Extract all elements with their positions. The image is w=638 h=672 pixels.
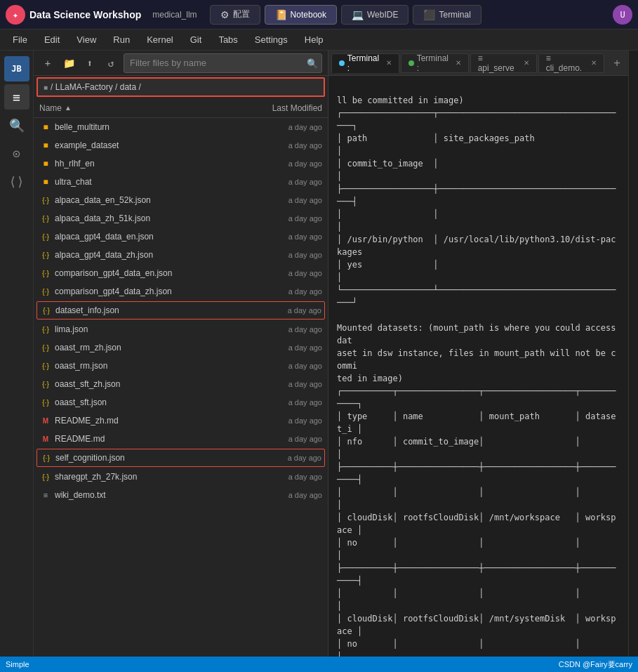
terminal-tab-2[interactable]: ≡ api_serve ✕	[470, 53, 537, 73]
menubar: File Edit View Run Kernel Git Tabs Setti…	[0, 29, 638, 51]
json-icon: {·}	[39, 473, 52, 481]
list-item[interactable]: ■example_dataseta day ago	[34, 136, 328, 154]
file-modified: a day ago	[252, 325, 322, 334]
list-item[interactable]: MREADME.mda day ago	[34, 430, 328, 448]
list-item[interactable]: {·}alpaca_data_zh_51k.jsona day ago	[34, 209, 328, 228]
term-line: aset in dsw instance, files in mount_pat…	[337, 348, 616, 371]
list-item[interactable]: {·}oaast_rm.jsona day ago	[34, 357, 328, 375]
terminal-content[interactable]: ll be committed in image) ┌─────────────…	[328, 76, 628, 672]
list-item[interactable]: {·}oaast_rm_zh.jsona day ago	[34, 338, 328, 357]
list-item[interactable]: ≡wiki_demo.txta day ago	[34, 486, 328, 504]
explorer-icon[interactable]: ≡	[4, 84, 29, 110]
app-logo: ✦	[6, 5, 25, 25]
term-line: │ │ │ │ │	[337, 487, 628, 510]
json-icon: {·}	[39, 233, 52, 241]
list-item[interactable]: ■belle_multiturna day ago	[34, 118, 328, 136]
list-item[interactable]: ■ultra_chata day ago	[34, 173, 328, 191]
list-item[interactable]: {·}comparison_gpt4_data_zh.jsona day ago	[34, 282, 328, 301]
list-item[interactable]: {·}dataset_info.jsona day ago	[36, 301, 325, 319]
upload-button[interactable]: ⬆	[81, 55, 98, 72]
list-item[interactable]: {·}alpaca_gpt4_data_zh.jsona day ago	[34, 246, 328, 264]
file-modified: a day ago	[252, 491, 322, 499]
json-icon: {·}	[39, 362, 52, 370]
list-item[interactable]: ■hh_rlhf_ena day ago	[34, 154, 328, 173]
terminal-tabs: Terminal : ✕ Terminal : ✕ ≡ api_serve ✕ …	[328, 51, 628, 76]
json-icon: {·}	[39, 197, 52, 204]
menu-git[interactable]: Git	[183, 33, 209, 46]
list-item[interactable]: {·}oaast_sft.jsona day ago	[34, 393, 328, 411]
json-icon: {·}	[40, 454, 53, 462]
terminal-tab-1[interactable]: Terminal : ✕	[401, 53, 469, 73]
col-modified-header[interactable]: Last Modified	[252, 103, 322, 113]
terminal-tab-close-2[interactable]: ✕	[524, 59, 529, 67]
tab-notebook-label: Notebook	[291, 10, 326, 20]
json-icon: {·}	[39, 326, 52, 334]
terminal-tab-close-0[interactable]: ✕	[386, 59, 392, 67]
terminal-tab-label-1: Terminal :	[417, 53, 453, 73]
menu-kernel[interactable]: Kernel	[140, 33, 180, 46]
file-name: wiki_demo.txt	[55, 490, 252, 500]
file-name: lima.json	[55, 324, 252, 334]
refresh-button[interactable]: ↺	[102, 55, 119, 72]
menu-tabs[interactable]: Tabs	[211, 33, 244, 46]
menu-edit[interactable]: Edit	[37, 33, 67, 46]
search-activity-icon[interactable]: 🔍	[4, 112, 29, 138]
new-folder-button[interactable]: 📁	[60, 55, 77, 72]
terminal-tab-close-1[interactable]: ✕	[456, 59, 461, 67]
tab-config[interactable]: ⚙ 配置	[210, 5, 260, 25]
search-icon[interactable]: 🔍	[307, 58, 318, 68]
term-line: └──────────────────┴────────────────────…	[337, 285, 616, 308]
col-name-header[interactable]: Name ▲	[39, 103, 252, 113]
list-item[interactable]: {·}lima.jsona day ago	[34, 320, 328, 338]
file-modified: a day ago	[252, 214, 322, 223]
user-avatar[interactable]: U	[613, 5, 632, 25]
list-item[interactable]: {·}comparison_gpt4_data_en.jsona day ago	[34, 264, 328, 282]
md-icon: M	[39, 417, 52, 425]
list-item[interactable]: {·}sharegpt_zh_27k.jsona day ago	[34, 468, 328, 486]
term-line: │ cloudDisk│ rootfsCloudDisk│ /mnt/works…	[337, 513, 616, 535]
git-icon[interactable]: ⊙	[4, 140, 29, 166]
file-modified: a day ago	[252, 435, 322, 443]
menu-view[interactable]: View	[69, 33, 103, 46]
tab-notebook[interactable]: 📔 Notebook	[265, 5, 337, 25]
new-file-button[interactable]: +	[39, 55, 56, 72]
list-item[interactable]: {·}alpaca_data_en_52k.jsona day ago	[34, 191, 328, 209]
menu-help[interactable]: Help	[298, 33, 331, 46]
config-icon: ⚙	[220, 9, 230, 20]
file-name: alpaca_data_zh_51k.json	[55, 213, 252, 223]
tab-indicator-1	[408, 60, 414, 66]
file-name: hh_rlhf_en	[55, 159, 252, 169]
terminal-tab-3[interactable]: ≡ cli_demo. ✕	[538, 53, 605, 73]
list-item[interactable]: MREADME_zh.mda day ago	[34, 411, 328, 430]
extensions-icon[interactable]: ⟨⟩	[4, 169, 29, 194]
terminal-tab-label-0: Terminal :	[347, 53, 383, 73]
statusbar-left: Simple	[6, 660, 29, 668]
search-input[interactable]	[124, 53, 322, 73]
term-line: │ /usr/bin/python │ /usr/local/lib/pytho…	[337, 235, 616, 257]
term-line: ┌──────────┬────────────────┬───────────…	[337, 386, 616, 409]
terminal-tab-close-3[interactable]: ✕	[591, 59, 597, 67]
file-modified: a day ago	[252, 141, 322, 150]
terminal-add-tab-button[interactable]: +	[609, 55, 625, 72]
tab-terminal[interactable]: ⬛ Terminal	[413, 5, 481, 25]
file-name: example_dataset	[55, 140, 252, 150]
list-item[interactable]: {·}self_cognition.jsona day ago	[36, 449, 325, 467]
file-name: oaast_rm_zh.json	[55, 343, 252, 353]
tab-config-label: 配置	[233, 8, 250, 20]
menu-file[interactable]: File	[6, 33, 34, 46]
menu-settings[interactable]: Settings	[248, 33, 295, 46]
txt-icon: ≡	[39, 491, 52, 499]
main-layout: JB ≡ 🔍 ⊙ ⟨⟩ + 📁 ⬆ ↺ 🔍 ■ / LLaMA-Factory …	[0, 51, 638, 672]
tab-webide[interactable]: 💻 WebIDE	[341, 5, 408, 25]
term-line: │ type │ name │ mount_path │ dataset_i │	[337, 411, 616, 434]
file-modified: a day ago	[252, 269, 322, 277]
list-item[interactable]: {·}oaast_sft_zh.jsona day ago	[34, 375, 328, 393]
folder-icon: ■	[39, 122, 52, 132]
file-name: self_cognition.json	[55, 453, 251, 463]
term-line: │ no │ │ │ │	[337, 538, 628, 560]
json-icon: {·}	[39, 251, 52, 259]
folder-icon: ■	[39, 140, 52, 150]
list-item[interactable]: {·}alpaca_gpt4_data_en.jsona day ago	[34, 228, 328, 246]
menu-run[interactable]: Run	[106, 33, 137, 46]
terminal-tab-0[interactable]: Terminal : ✕	[331, 53, 399, 73]
